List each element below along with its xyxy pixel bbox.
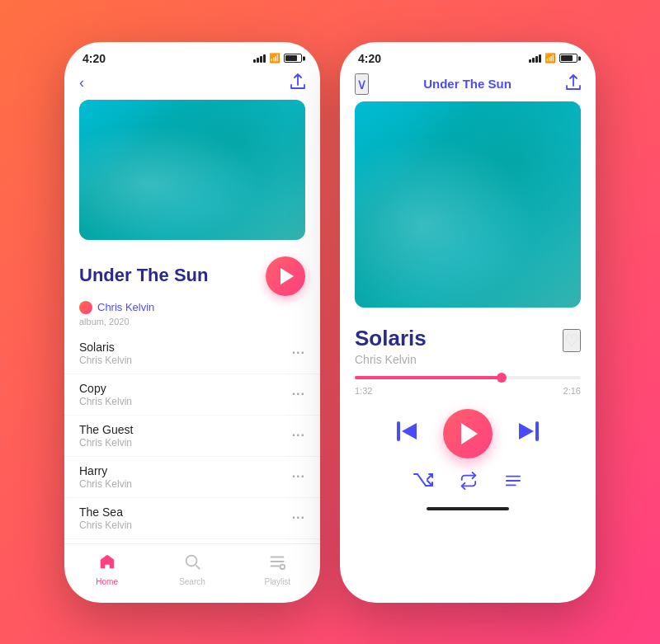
song-title-block: Solaris Chris Kelvin	[355, 326, 427, 366]
track-more-button[interactable]: ···	[285, 387, 305, 402]
wifi-icon-2: 📶	[544, 53, 556, 63]
play-all-button[interactable]	[266, 256, 305, 296]
now-playing-art-container	[340, 101, 596, 322]
now-playing-header: ∨ Under The Sun	[340, 68, 596, 101]
track-artist: Chris Kelvin	[79, 437, 285, 449]
track-artist: Chris Kelvin	[79, 519, 285, 531]
song-info: Solaris Chris Kelvin ♡	[340, 322, 596, 376]
track-name: Copy	[79, 382, 285, 395]
album-art	[79, 100, 305, 240]
status-bar-1: 4:20 📶	[64, 42, 320, 68]
artist-row: Chris Kelvin	[64, 299, 320, 316]
svg-line-1	[196, 565, 200, 569]
svg-point-0	[186, 555, 197, 566]
now-playing-album-title: Under The Sun	[423, 77, 512, 91]
playback-controls	[340, 406, 596, 472]
track-item[interactable]: Harry Chris Kelvin ···	[64, 457, 320, 498]
album-art-container	[64, 100, 320, 250]
track-name: Harry	[79, 464, 285, 477]
svg-marker-7	[402, 423, 417, 440]
album-info: Under The Sun	[64, 250, 320, 299]
album-title-block: Under The Sun	[79, 266, 208, 285]
track-name: The Guest	[79, 423, 285, 436]
like-button[interactable]: ♡	[563, 329, 581, 352]
share-button-2[interactable]	[566, 74, 581, 94]
search-icon	[183, 552, 201, 575]
album-meta: album, 2020	[64, 316, 320, 333]
album-header: ‹	[64, 68, 320, 100]
home-indicator	[427, 507, 509, 510]
track-item[interactable]: The Guest Chris Kelvin ···	[64, 416, 320, 457]
track-more-button[interactable]: ···	[285, 428, 305, 443]
collapse-button[interactable]: ∨	[355, 73, 369, 95]
song-title: Solaris	[355, 326, 427, 351]
svg-marker-9	[519, 423, 534, 440]
play-icon	[280, 268, 294, 284]
svg-rect-8	[535, 421, 539, 441]
track-item[interactable]: The Sea Chris Kelvin ···	[64, 498, 320, 539]
play-icon-main	[461, 423, 478, 444]
phone2-content: ∨ Under The Sun Solaris Chris Kelvin ♡	[340, 68, 596, 603]
nav-playlist[interactable]: Playlist	[252, 552, 302, 586]
album-title: Under The Sun	[79, 266, 208, 285]
signal-icon-2	[529, 54, 541, 63]
track-info: Harry Chris Kelvin	[79, 464, 285, 490]
prev-button[interactable]	[397, 421, 420, 446]
svg-rect-6	[397, 421, 400, 441]
playlist-icon	[268, 552, 286, 575]
nav-home[interactable]: Home	[82, 552, 132, 586]
phone1-content: ‹ Under The Sun Chris Kelvin	[64, 68, 320, 603]
track-artist: Chris Kelvin	[79, 478, 285, 490]
share-button[interactable]	[290, 73, 305, 93]
svg-point-5	[280, 564, 285, 569]
battery-icon-2	[559, 54, 578, 63]
track-info: The Guest Chris Kelvin	[79, 423, 285, 449]
battery-icon	[284, 54, 302, 63]
track-more-button[interactable]: ···	[285, 346, 305, 360]
track-info: Copy Chris Kelvin	[79, 382, 285, 407]
status-time-2: 4:20	[358, 52, 381, 65]
track-list: Solaris Chris Kelvin ··· Copy Chris Kelv…	[64, 333, 320, 543]
signal-icon	[253, 54, 266, 63]
play-pause-button[interactable]	[443, 409, 493, 458]
total-time: 2:16	[563, 386, 581, 396]
wifi-icon: 📶	[269, 53, 280, 63]
artist-avatar	[79, 301, 92, 314]
current-time: 1:32	[355, 386, 372, 396]
track-more-button[interactable]: ···	[285, 510, 305, 525]
phone-now-playing: 4:20 📶 ∨ Under The Sun	[340, 42, 596, 603]
track-name: Solaris	[79, 341, 285, 354]
track-item[interactable]: Copy Chris Kelvin ···	[64, 374, 320, 416]
status-icons-2: 📶	[529, 53, 578, 63]
home-icon	[98, 552, 116, 575]
progress-bar[interactable]	[355, 376, 581, 379]
shuffle-button[interactable]	[413, 473, 433, 492]
status-time-1: 4:20	[82, 52, 106, 65]
progress-times: 1:32 2:16	[340, 383, 596, 406]
nav-search[interactable]: Search	[167, 552, 217, 586]
extra-controls	[340, 472, 596, 507]
track-item[interactable]: Solaris Chris Kelvin ···	[64, 333, 320, 374]
track-artist: Chris Kelvin	[79, 355, 285, 366]
track-info: Solaris Chris Kelvin	[79, 341, 285, 366]
back-button[interactable]: ‹	[79, 74, 84, 92]
track-more-button[interactable]: ···	[285, 469, 305, 484]
track-artist: Chris Kelvin	[79, 396, 285, 407]
progress-fill	[355, 376, 502, 379]
artist-name[interactable]: Chris Kelvin	[97, 301, 154, 313]
progress-thumb[interactable]	[497, 373, 507, 383]
next-button[interactable]	[516, 421, 539, 446]
bottom-navigation: Home Search	[64, 543, 320, 603]
song-artist: Chris Kelvin	[355, 353, 427, 366]
track-name: The Sea	[79, 505, 285, 519]
nav-playlist-label: Playlist	[264, 577, 290, 586]
nav-search-label: Search	[179, 577, 205, 586]
track-info: The Sea Chris Kelvin	[79, 505, 285, 531]
repeat-button[interactable]	[460, 472, 478, 494]
status-icons-1: 📶	[253, 53, 302, 63]
phone-album-view: 4:20 📶 ‹	[64, 42, 320, 603]
now-playing-art	[355, 101, 581, 308]
queue-button[interactable]	[504, 473, 522, 492]
nav-home-label: Home	[96, 577, 118, 586]
progress-container	[340, 376, 596, 383]
